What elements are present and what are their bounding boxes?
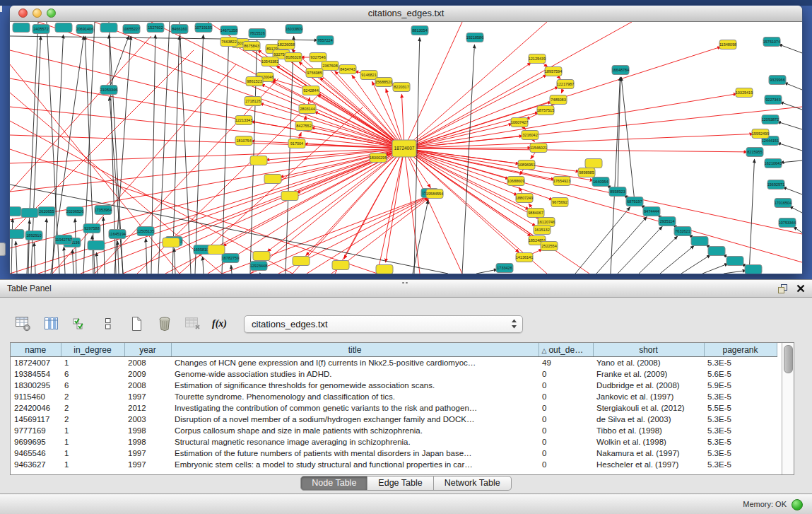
graph-node[interactable]	[10, 207, 21, 216]
graph-node[interactable]: 9227343	[765, 95, 782, 105]
table-cell[interactable]: Jankovic et al. (1997)	[593, 391, 704, 402]
citation-edge-red[interactable]	[10, 78, 404, 148]
table-row[interactable]: 1938455462009Genome-wide association stu…	[11, 368, 777, 380]
table-selector-dropdown[interactable]: citations_edges.txt	[244, 315, 523, 333]
citation-edge-black[interactable]	[180, 22, 191, 274]
graph-node[interactable]: 2718126	[245, 97, 261, 106]
table-cell[interactable]: 1	[61, 459, 124, 470]
citation-edge-black[interactable]	[16, 241, 17, 274]
citation-edge-black[interactable]	[780, 160, 802, 163]
graph-node[interactable]	[264, 175, 281, 184]
tab-node-table[interactable]: Node Table	[300, 476, 367, 491]
table-cell[interactable]: 14569117	[11, 414, 61, 425]
graph-node[interactable]: 16648784	[612, 66, 629, 75]
table-cell[interactable]: 5.3E-5	[704, 357, 777, 369]
tab-edge-table[interactable]: Edge Table	[367, 476, 433, 491]
graph-node[interactable]: 17353964	[95, 206, 112, 215]
graph-node[interactable]: 19584554	[426, 189, 443, 199]
graph-node[interactable]	[376, 265, 393, 274]
graph-node[interactable]: 7857224	[317, 36, 334, 45]
graph-node[interactable]: 10655227	[123, 25, 140, 34]
table-cell[interactable]: 5.3E-5	[704, 459, 777, 470]
citation-edge-black[interactable]	[681, 255, 711, 274]
table-cell[interactable]: 1998	[124, 425, 171, 436]
graph-node[interactable]: 9884067	[527, 209, 544, 218]
table-cell[interactable]: 18300295	[11, 380, 61, 391]
citation-edge-red[interactable]	[386, 89, 404, 148]
column-header-short[interactable]: short	[593, 343, 704, 357]
table-cell[interactable]: Tibbo et al. (1998)	[593, 425, 704, 436]
graph-node[interactable]: 8675843	[243, 42, 260, 51]
table-cell[interactable]: 0	[539, 368, 593, 380]
citation-edge-black[interactable]	[158, 22, 170, 274]
citation-edge-black[interactable]	[618, 226, 662, 274]
table-cell[interactable]: 2	[61, 402, 124, 414]
network-graph[interactable]: 2405572206914061065522715276028466160107…	[10, 22, 802, 274]
table-cell[interactable]: 1997	[124, 391, 171, 402]
table-cell[interactable]: 9115460	[11, 391, 61, 402]
graph-node[interactable]: 18957594	[545, 67, 562, 76]
function-builder-icon[interactable]: f(x)	[212, 315, 227, 333]
table-cell[interactable]: Yano et al. (2008)	[593, 357, 704, 369]
citation-edge-black[interactable]	[45, 218, 47, 274]
citation-edge-red[interactable]	[404, 94, 737, 148]
graph-node[interactable]: 10325419	[736, 88, 753, 98]
graph-node[interactable]: 14136141	[516, 253, 533, 262]
citation-edge-black[interactable]	[151, 35, 155, 274]
citation-edge-red[interactable]	[292, 49, 404, 148]
graph-node[interactable]: 15692971	[767, 180, 784, 189]
table-cell[interactable]: 9699695	[11, 436, 61, 448]
citation-edge-black[interactable]	[596, 216, 647, 274]
table-cell[interactable]: Estimation of significance thresholds fo…	[171, 380, 539, 391]
table-cell[interactable]: 0	[539, 402, 593, 414]
graph-node[interactable]: 8220317	[393, 83, 410, 92]
graph-node[interactable]: 1640954	[592, 177, 609, 187]
graph-node[interactable]: 8958923	[609, 187, 626, 197]
table-cell[interactable]: Investigating the contribution of common…	[171, 402, 539, 414]
citation-edge-black[interactable]	[575, 207, 630, 274]
graph-node[interactable]: 20206526	[66, 207, 83, 216]
network-canvas[interactable]: 2405572206914061065522715276028466160107…	[10, 22, 802, 274]
graph-node[interactable]: 10753344	[779, 218, 796, 228]
column-header-name[interactable]: name	[11, 343, 61, 357]
close-panel-icon[interactable]	[796, 284, 805, 293]
table-cell[interactable]: Estimation of the future numbers of pati…	[171, 448, 539, 459]
graph-node[interactable]: 12505135	[137, 227, 154, 236]
graph-node[interactable]	[585, 159, 602, 168]
graph-node[interactable]	[691, 237, 708, 246]
table-cell[interactable]: 49	[539, 357, 593, 369]
graph-node[interactable]: 6879197	[626, 197, 643, 206]
graph-node[interactable]: 18300295	[370, 153, 387, 163]
graph-node[interactable]	[55, 23, 72, 33]
table-cell[interactable]: Franke et al. (2009)	[593, 368, 704, 380]
graph-node[interactable]	[726, 257, 743, 266]
table-cell[interactable]: 1	[61, 436, 124, 448]
citation-edge-black[interactable]	[195, 35, 204, 274]
graph-node[interactable]: 14671358	[220, 26, 237, 35]
table-row[interactable]: 977716911998Corpus callosum shape and si…	[11, 425, 777, 436]
table-mode-icon[interactable]	[14, 315, 33, 333]
graph-node[interactable]: 18226058	[278, 40, 295, 49]
graph-node[interactable]: 9474444	[643, 207, 660, 216]
graph-node[interactable]: 17654923	[553, 177, 570, 186]
graph-node[interactable]: 2522554	[541, 242, 558, 251]
graph-node[interactable]: 10719155	[195, 23, 212, 33]
close-traffic-light-icon[interactable]	[18, 8, 28, 18]
graph-node[interactable]	[100, 23, 117, 33]
graph-node[interactable]: 12093872	[762, 115, 779, 124]
select-columns-icon[interactable]	[71, 315, 89, 333]
citation-edge-black[interactable]	[231, 265, 232, 274]
column-header-pagerank[interactable]: pagerank	[704, 343, 777, 357]
citation-edge-red[interactable]	[404, 148, 462, 274]
graph-node[interactable]: 10896951	[518, 160, 535, 170]
graph-node[interactable]: 8427552	[295, 122, 312, 131]
graph-hub-node[interactable]: 18724007	[392, 140, 416, 157]
table-cell[interactable]: 2008	[124, 357, 171, 369]
table-cell[interactable]: 1	[61, 448, 124, 459]
graph-node[interactable]: 7663822	[220, 37, 237, 47]
citation-edge-black[interactable]	[34, 243, 35, 274]
graph-node[interactable]: 12217987	[557, 80, 574, 89]
graph-node[interactable]: 11645194	[109, 230, 126, 239]
citation-edge-red[interactable]	[165, 148, 404, 274]
citation-edge-red[interactable]	[404, 148, 589, 274]
